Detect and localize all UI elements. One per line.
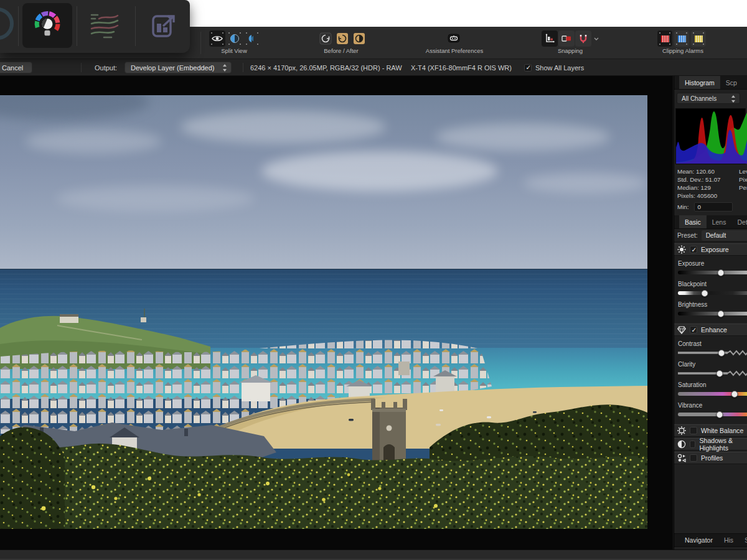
navigator-tabbar: Navigator His Snp <box>674 533 747 547</box>
clipping-highlights-button[interactable] <box>674 30 689 47</box>
before-after-toggle-button[interactable] <box>352 30 367 47</box>
split-view-label: Split View <box>205 47 263 54</box>
histogram-tabbar: Histogram Scp Loc <box>674 76 747 90</box>
histogram-display[interactable] <box>675 108 746 164</box>
before-circle-arrow-icon <box>319 32 332 45</box>
enhance-enabled-checkbox[interactable] <box>690 326 697 334</box>
exposure-enabled-checkbox[interactable] <box>690 246 697 253</box>
before-after-split-icon <box>353 32 365 45</box>
cancel-button[interactable]: Cancel <box>0 62 32 73</box>
snap-grid-icon <box>545 34 555 44</box>
histogram-chart <box>676 109 747 164</box>
tab-snapshots[interactable]: Snp <box>739 534 747 546</box>
stat-pixels: Pixels: 405600 <box>677 192 747 200</box>
section-shadows-highlights-header[interactable]: Shadows & Highlights <box>674 438 747 450</box>
develop-persona-bulb-icon <box>31 9 63 42</box>
output-select-value: Develop Layer (Embedded) <box>131 64 215 72</box>
magnet-icon <box>578 34 588 44</box>
profiles-checkbox[interactable] <box>690 454 697 462</box>
assistant-preferences-button[interactable] <box>445 30 463 47</box>
tab-details[interactable]: Details <box>731 215 747 228</box>
channel-select[interactable]: All Channels <box>677 93 740 104</box>
photo-canvas[interactable] <box>0 95 647 529</box>
tab-lens[interactable]: Lens <box>707 215 732 228</box>
clipping-saturation-button[interactable] <box>691 30 706 47</box>
shadows-highlights-icon <box>677 440 686 449</box>
options-divider2 <box>243 63 243 72</box>
blackpoint-slider: Blackpoint <box>678 281 747 297</box>
gem-icon <box>677 326 686 334</box>
section-profiles-header[interactable]: Profiles <box>674 452 747 464</box>
tone-mapping-waves-icon <box>89 11 120 40</box>
tone-mapping-persona-button[interactable] <box>80 3 129 48</box>
affinity-develop-window: Split View Before / After Assistant Pref… <box>0 0 747 560</box>
exposure-sliders: Exposure Blackpoint Brightness <box>674 256 747 322</box>
assistant-preferences-label: Assistant Preferences <box>406 47 503 54</box>
slider-thumb[interactable] <box>717 310 724 317</box>
snap-candidates-icon <box>561 35 571 42</box>
photo-scene <box>0 95 647 529</box>
shadows-highlights-checkbox[interactable] <box>690 441 695 448</box>
histogram-stats-right: Leve Pixe Perc <box>739 167 747 192</box>
snapping-label: Snapping <box>539 47 601 54</box>
min-label: Min: <box>677 203 689 210</box>
min-input[interactable]: 0 <box>694 202 733 212</box>
enhance-section-label: Enhance <box>701 326 727 334</box>
develop-options-bar: Cancel Output: Develop Layer (Embedded) … <box>0 59 747 76</box>
mirror-circles-icon <box>247 34 257 44</box>
canvas-area[interactable] <box>0 76 673 549</box>
section-enhance-header[interactable]: Enhance <box>674 324 747 336</box>
persona-separator <box>135 6 136 46</box>
slider-thumb[interactable] <box>716 411 723 418</box>
white-balance-label: White Balance <box>701 427 743 434</box>
stat-stddev: Std. Dev.: 51.07 <box>677 175 747 184</box>
clipping-shadows-button[interactable] <box>657 30 672 47</box>
tab-location[interactable]: Loc <box>743 76 747 89</box>
split-view-split-button[interactable] <box>227 30 243 47</box>
slider-thumb[interactable] <box>702 290 708 297</box>
options-divider <box>81 63 82 72</box>
histogram-stats: Mean: 120.60 Std. Dev.: 51.07 Median: 12… <box>674 164 747 200</box>
after-circle-arrow-icon <box>336 32 349 45</box>
channel-select-value: All Channels <box>682 95 716 102</box>
persona-separator <box>77 6 77 46</box>
stat-median: Median: 129 <box>677 184 747 192</box>
before-button[interactable] <box>318 30 333 47</box>
enhance-sliders: Contrast Clarity Saturation Vibrance <box>674 336 747 423</box>
section-white-balance-header[interactable]: White Balance <box>674 424 747 437</box>
slider-thumb[interactable] <box>731 391 738 398</box>
after-button[interactable] <box>335 30 350 47</box>
snapping-grid-button[interactable] <box>542 30 558 47</box>
split-view-mirror-button[interactable] <box>244 30 260 47</box>
develop-persona-button[interactable] <box>22 3 72 48</box>
exposure-section-label: Exposure <box>701 246 729 253</box>
preset-select[interactable]: Default <box>702 230 747 241</box>
snapping-candidates-button[interactable] <box>558 30 575 47</box>
split-view-single-button[interactable] <box>209 30 225 47</box>
vibrance-slider: Vibrance <box>678 402 747 418</box>
snapping-options-chevron[interactable] <box>591 30 601 47</box>
snapping-magnet-button[interactable] <box>575 30 591 47</box>
export-persona-button[interactable] <box>138 3 188 48</box>
before-after-label: Before / After <box>306 47 376 54</box>
slider-thumb[interactable] <box>718 350 725 357</box>
yellow-stripes-icon <box>694 35 703 43</box>
tab-basic[interactable]: Basic <box>679 215 707 228</box>
photo-persona-icon[interactable] <box>0 7 14 40</box>
split-circle-icon <box>230 34 240 44</box>
white-balance-checkbox[interactable] <box>690 427 697 434</box>
show-all-layers-label: Show All Layers <box>535 64 584 72</box>
tab-scope[interactable]: Scp <box>720 76 743 89</box>
tab-history[interactable]: His <box>718 534 739 546</box>
white-balance-icon <box>677 426 686 435</box>
show-all-layers-checkbox[interactable] <box>524 64 532 72</box>
tab-navigator[interactable]: Navigator <box>679 534 718 546</box>
output-select[interactable]: Develop Layer (Embedded) <box>125 62 232 73</box>
camera-info: X-T4 (XF16-80mmF4 R OIS WR) <box>411 59 512 76</box>
slider-thumb[interactable] <box>717 269 724 276</box>
section-exposure-header[interactable]: Exposure <box>674 243 747 256</box>
tab-histogram[interactable]: Histogram <box>679 76 720 89</box>
slider-thumb[interactable] <box>716 370 723 377</box>
shadows-highlights-label: Shadows & Highlights <box>699 437 747 452</box>
profiles-icon <box>677 454 686 462</box>
